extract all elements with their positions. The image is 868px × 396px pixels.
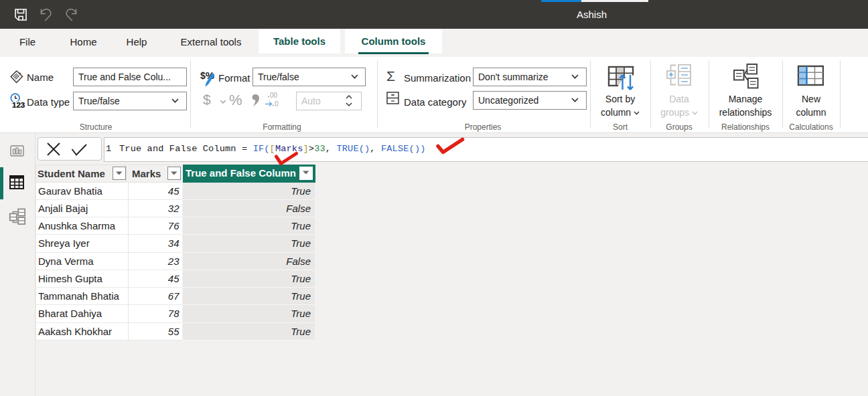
svg-text:0: 0 <box>275 100 279 108</box>
svg-text:00: 00 <box>270 92 278 99</box>
svg-text:123: 123 <box>12 101 25 109</box>
